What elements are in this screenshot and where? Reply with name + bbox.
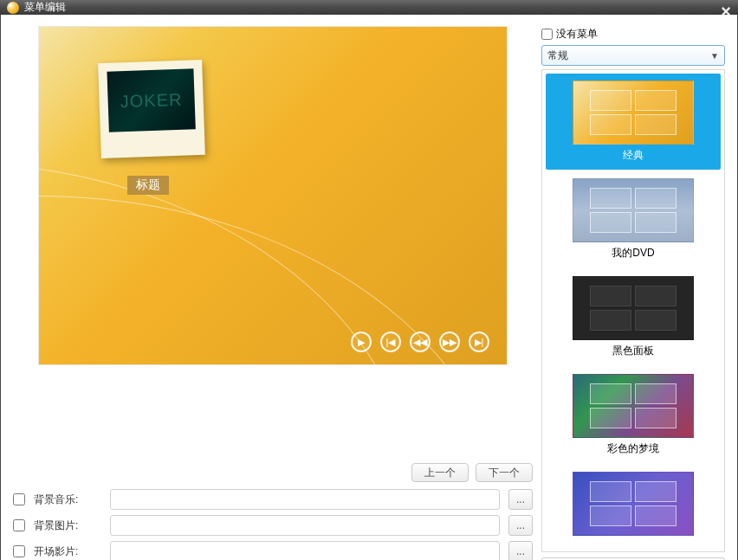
bgm-label: 背景音乐: xyxy=(34,492,101,507)
no-menu-label: 没有菜单 xyxy=(556,27,598,42)
bgimg-label: 背景图片: xyxy=(34,518,101,533)
bgimg-input[interactable] xyxy=(110,515,500,536)
next-button[interactable]: 下一个 xyxy=(476,463,533,482)
template-thumb xyxy=(573,178,694,242)
window-title: 菜单编辑 xyxy=(24,0,66,15)
template-item-blue[interactable] xyxy=(546,465,721,546)
template-thumb xyxy=(573,472,694,536)
category-select[interactable]: 常规 ▼ xyxy=(541,45,725,66)
chapter-thumbnail[interactable]: JOKER xyxy=(98,60,205,158)
opening-label: 开场影片: xyxy=(34,544,101,559)
play-icon[interactable]: ▶ xyxy=(351,331,372,352)
bgimg-checkbox[interactable] xyxy=(13,519,25,531)
forward-icon[interactable]: ▶▶ xyxy=(439,331,460,352)
prev-button[interactable]: 上一个 xyxy=(411,463,469,482)
chevron-down-icon: ▼ xyxy=(710,51,719,61)
chapter-photo: JOKER xyxy=(107,68,195,132)
opening-checkbox[interactable] xyxy=(13,545,25,557)
skip-prev-icon[interactable]: |◀ xyxy=(380,331,401,352)
template-label: 我的DVD xyxy=(551,246,715,261)
opening-browse-button[interactable]: ... xyxy=(508,541,533,560)
bgimg-browse-button[interactable]: ... xyxy=(508,515,533,536)
bgm-browse-button[interactable]: ... xyxy=(508,489,533,510)
template-label: 经典 xyxy=(551,148,715,163)
app-icon xyxy=(7,2,19,14)
template-thumb xyxy=(573,80,694,145)
category-selected-value: 常规 xyxy=(547,48,568,63)
template-thumb xyxy=(573,374,694,438)
template-item-mydvd[interactable]: 我的DVD xyxy=(546,171,721,267)
close-icon[interactable]: × xyxy=(721,2,731,22)
skip-next-icon[interactable]: ▶| xyxy=(469,331,489,352)
template-item-black[interactable]: 黑色面板 xyxy=(546,269,721,365)
template-label: 黑色面板 xyxy=(551,344,715,358)
no-menu-checkbox[interactable] xyxy=(541,29,553,40)
opening-input[interactable] xyxy=(110,541,500,560)
template-item-colorful[interactable]: 彩色的梦境 xyxy=(546,367,721,463)
bgm-input[interactable] xyxy=(110,489,500,510)
template-label: 彩色的梦境 xyxy=(551,441,715,456)
template-list[interactable]: 经典 我的DVD 黑色面板 xyxy=(541,69,725,552)
bgm-checkbox[interactable] xyxy=(13,493,25,505)
rewind-icon[interactable]: ◀◀ xyxy=(410,331,430,352)
menu-preview: JOKER 标题 ▶ |◀ ◀◀ ▶▶ ▶| xyxy=(39,27,507,364)
title-placeholder[interactable]: 标题 xyxy=(127,176,169,195)
titlebar: 菜单编辑 × xyxy=(0,0,738,15)
template-thumb xyxy=(573,276,694,340)
template-item-classic[interactable]: 经典 xyxy=(546,74,721,170)
